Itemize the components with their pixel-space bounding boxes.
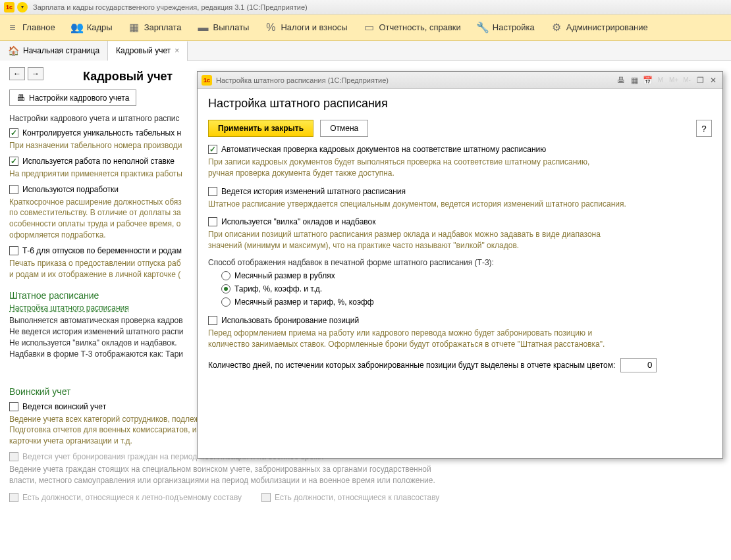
radio-tarif[interactable] xyxy=(221,284,230,293)
checkbox-podrabotki[interactable] xyxy=(9,185,18,194)
tabs-row: 🏠Начальная страница Кадровый учет× xyxy=(0,41,731,61)
percent-icon: % xyxy=(265,22,277,34)
app-title: Зарплата и кадры государственного учрежд… xyxy=(33,3,308,11)
menu-admin[interactable]: ⚙Администрирование xyxy=(551,22,648,34)
dialog-shtatnoe: 1c Настройка штатного расписания (1С:Пре… xyxy=(197,71,723,459)
print-icon: 🖶 xyxy=(16,93,25,103)
gray1: Ведение учета граждан стоящих на специал… xyxy=(9,464,722,486)
gear-icon: ⚙ xyxy=(551,22,562,34)
menu-otchet[interactable]: ▭Отчетность, справки xyxy=(364,22,461,34)
checkbox-voinsky[interactable] xyxy=(9,402,18,411)
dialog-cb-booking[interactable] xyxy=(208,316,217,325)
checkbox-t6[interactable] xyxy=(9,246,18,255)
calc-icon[interactable]: ▦ xyxy=(629,75,639,86)
calendar-icon[interactable]: 📅 xyxy=(642,75,653,86)
main-menu: ≡Главное 👥Кадры ▦Зарплата ▬Выплаты %Нало… xyxy=(0,14,731,41)
grid-icon: ▦ xyxy=(128,22,140,34)
menu-nalogi[interactable]: %Налоги и взносы xyxy=(265,22,347,34)
nav-forward-button[interactable]: → xyxy=(28,67,43,80)
window-close-icon[interactable]: ✕ xyxy=(708,75,718,86)
radio-label: Способ отображения надбавок в печатной ф… xyxy=(208,258,712,267)
help-button[interactable]: ? xyxy=(696,120,712,137)
tab-home[interactable]: 🏠Начальная страница xyxy=(0,41,108,61)
close-icon[interactable]: × xyxy=(175,46,179,55)
checkbox-letno xyxy=(9,493,18,502)
people-icon: 👥 xyxy=(71,22,83,34)
link-shtatnoe-nastroika[interactable]: Настройка штатного расписания xyxy=(9,303,129,313)
m-minus-icon: M- xyxy=(682,75,692,86)
radio-both[interactable] xyxy=(221,297,230,307)
checkbox-plav xyxy=(261,493,271,502)
radio-monthly-rub[interactable] xyxy=(221,271,230,280)
menu-kadry[interactable]: 👥Кадры xyxy=(71,22,113,34)
window-restore-icon[interactable]: ❐ xyxy=(695,75,705,86)
input-days-label: Количество дней, по истечении которых за… xyxy=(208,361,615,370)
app-title-bar: 1c ▾ Зарплата и кадры государственного у… xyxy=(0,0,731,14)
cancel-button[interactable]: Отмена xyxy=(320,120,368,137)
print-icon[interactable]: 🖶 xyxy=(616,75,626,86)
checkbox-partial-rate[interactable] xyxy=(9,157,18,166)
input-days[interactable] xyxy=(620,358,657,372)
bars-icon: ▬ xyxy=(198,22,209,34)
tab-kadrovy-uchet[interactable]: Кадровый учет× xyxy=(108,41,188,61)
dialog-olive4: Перед оформлением приема на работу или к… xyxy=(208,328,712,350)
dialog-title-bar: 1c Настройка штатного расписания (1С:Пре… xyxy=(198,72,722,89)
app-logo-icon: 1c xyxy=(4,2,14,13)
dialog-heading: Настройка штатного расписания xyxy=(208,97,712,111)
home-icon: 🏠 xyxy=(8,45,19,56)
dialog-olive2: Штатное расписание утверждается специаль… xyxy=(208,199,712,210)
menu-main[interactable]: ≡Главное xyxy=(7,22,55,34)
app-dropdown-icon[interactable]: ▾ xyxy=(17,2,28,13)
m-plus-icon: M+ xyxy=(668,75,679,86)
settings-button[interactable]: 🖶 Настройки кадрового учета xyxy=(9,89,136,106)
page-title: Кадровый учет xyxy=(83,70,173,84)
checkbox-unique-tab[interactable] xyxy=(9,128,18,138)
nav-back-button[interactable]: ← xyxy=(9,67,25,80)
dialog-logo-icon: 1c xyxy=(202,75,212,86)
menu-zarplata[interactable]: ▦Зарплата xyxy=(128,22,182,34)
menu-vyplaty[interactable]: ▬Выплаты xyxy=(198,22,250,34)
dialog-cb-history[interactable] xyxy=(208,187,217,196)
checkbox-broniro xyxy=(9,452,18,461)
dialog-cb-vilka[interactable] xyxy=(208,217,217,226)
m-icon: M xyxy=(655,75,666,86)
hamburger-icon: ≡ xyxy=(7,22,18,34)
dialog-cb-autocheck[interactable] xyxy=(208,145,217,154)
apply-close-button[interactable]: Применить и закрыть xyxy=(208,120,313,137)
dialog-olive1: При записи кадровых документов будет вып… xyxy=(208,157,712,179)
wrench-icon: 🔧 xyxy=(477,22,489,34)
dialog-title-text: Настройка штатного расписания (1С:Предпр… xyxy=(216,76,616,84)
dialog-olive3: При описании позиций штатного расписания… xyxy=(208,229,712,251)
menu-nastroika[interactable]: 🔧Настройка xyxy=(477,22,535,34)
doc-icon: ▭ xyxy=(364,22,375,34)
